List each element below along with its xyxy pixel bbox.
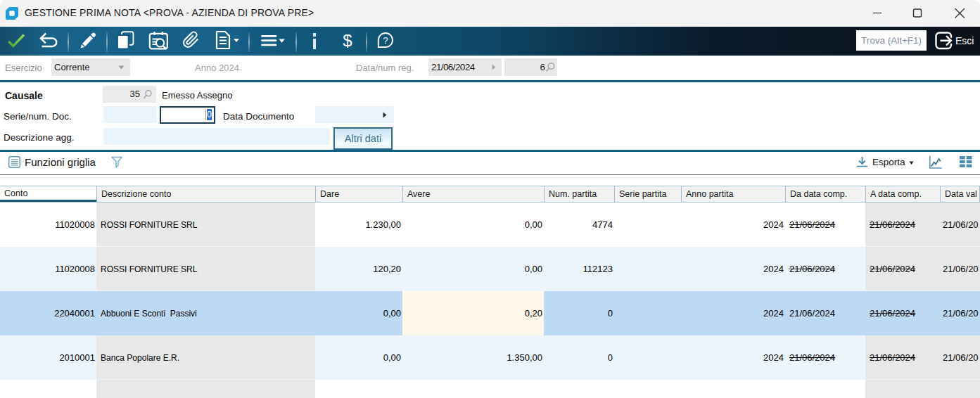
svg-text:?: ? (383, 35, 388, 46)
